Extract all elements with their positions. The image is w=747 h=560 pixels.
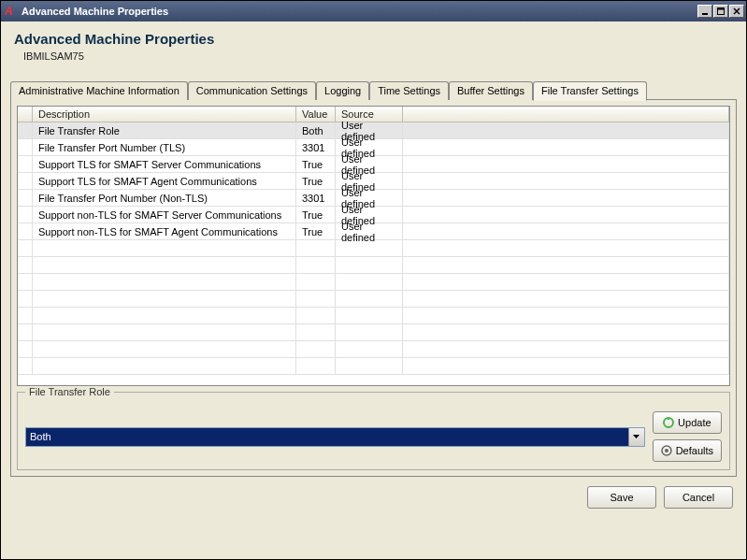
row-description: Support non-TLS for SMAFT Server Communi… [33, 207, 296, 223]
row-source: User defined [336, 223, 403, 239]
row-description [33, 291, 296, 307]
column-header-value[interactable]: Value [296, 107, 336, 122]
maximize-button[interactable] [713, 5, 728, 18]
tab-label: Administrative Machine Information [19, 85, 180, 96]
row-spacer [403, 358, 729, 374]
row-source [336, 240, 403, 256]
row-value: True [296, 173, 336, 189]
grid-body: File Transfer RoleBothUser definedFile T… [18, 122, 729, 375]
row-spacer [403, 122, 729, 138]
grid-header-tree [18, 107, 33, 122]
row-source [336, 358, 403, 374]
row-value: True [296, 223, 336, 239]
window-title: Advanced Machine Properties [22, 6, 697, 17]
chevron-down-icon[interactable] [628, 428, 644, 446]
table-row [18, 274, 729, 291]
row-value [296, 257, 336, 273]
update-label: Update [678, 417, 711, 428]
row-spacer [403, 139, 729, 155]
page-title: Advanced Machine Properties [14, 31, 733, 47]
table-row [18, 341, 729, 358]
table-row[interactable]: Support non-TLS for SMAFT Agent Communic… [18, 223, 729, 240]
table-row [18, 324, 729, 341]
row-value [296, 341, 336, 357]
defaults-icon [661, 445, 672, 456]
row-description [33, 257, 296, 273]
tab-logging[interactable]: Logging [316, 81, 369, 100]
tab-time-settings[interactable]: Time Settings [369, 81, 449, 100]
svg-point-5 [665, 449, 668, 452]
update-button[interactable]: Update [653, 411, 722, 434]
save-button[interactable]: Save [587, 486, 656, 509]
row-spacer [403, 223, 729, 239]
row-tree-cell [18, 341, 33, 357]
row-spacer [403, 190, 729, 206]
row-description [33, 274, 296, 290]
row-tree-cell [18, 358, 33, 374]
row-spacer [403, 341, 729, 357]
table-row [18, 308, 729, 324]
cancel-label: Cancel [682, 492, 714, 503]
tab-strip: Administrative Machine Information Commu… [10, 81, 737, 100]
detail-value-combo[interactable]: Both [25, 427, 645, 447]
detail-fieldset: File Transfer Role Both Update [17, 392, 730, 470]
row-description: Support TLS for SMAFT Server Communicati… [33, 156, 296, 172]
tab-communication-settings[interactable]: Communication Settings [188, 81, 316, 100]
row-description: File Transfer Port Number (TLS) [33, 139, 296, 155]
cancel-button[interactable]: Cancel [664, 486, 733, 509]
row-description [33, 324, 296, 340]
row-tree-cell [18, 156, 33, 172]
tab-buffer-settings[interactable]: Buffer Settings [449, 81, 533, 100]
title-bar: A Advanced Machine Properties [1, 1, 746, 22]
row-tree-cell [18, 240, 33, 256]
row-tree-cell [18, 173, 33, 189]
save-label: Save [610, 492, 633, 503]
detail-row: Both Update [25, 411, 722, 462]
row-description: File Transfer Port Number (Non-TLS) [33, 190, 296, 206]
table-row [18, 291, 729, 308]
row-tree-cell [18, 207, 33, 223]
row-source [336, 257, 403, 273]
row-source [336, 308, 403, 323]
machine-name: IBMILSAM75 [14, 50, 733, 62]
row-spacer [403, 324, 729, 340]
row-value: True [296, 156, 336, 172]
row-description [33, 341, 296, 357]
row-value: Both [296, 122, 336, 138]
tab-file-transfer-settings[interactable]: File Transfer Settings [533, 81, 647, 101]
row-spacer [403, 173, 729, 189]
detail-legend: File Transfer Role [25, 386, 114, 397]
tab-label: Buffer Settings [457, 85, 524, 96]
row-description: Support TLS for SMAFT Agent Communicatio… [33, 173, 296, 189]
row-source [336, 324, 403, 340]
row-tree-cell [18, 308, 33, 323]
tab-panel: Description Value Source File Transfer R… [10, 99, 737, 477]
tab-area: Administrative Machine Information Commu… [10, 80, 737, 477]
row-tree-cell [18, 274, 33, 290]
row-source [336, 291, 403, 307]
row-spacer [403, 308, 729, 323]
row-source [336, 274, 403, 290]
update-icon [663, 417, 674, 428]
defaults-button[interactable]: Defaults [653, 439, 722, 462]
row-value: 3301 [296, 190, 336, 206]
row-value: True [296, 207, 336, 223]
close-button[interactable] [729, 5, 744, 18]
minimize-button[interactable] [697, 5, 712, 18]
row-value [296, 308, 336, 323]
column-header-description[interactable]: Description [33, 107, 296, 122]
tab-label: Communication Settings [196, 85, 308, 96]
detail-value-text: Both [30, 431, 51, 442]
row-tree-cell [18, 190, 33, 206]
tab-admin-machine-info[interactable]: Administrative Machine Information [10, 81, 188, 100]
row-tree-cell [18, 223, 33, 239]
table-row [18, 257, 729, 274]
svg-rect-0 [702, 13, 708, 15]
row-spacer [403, 291, 729, 307]
row-value [296, 291, 336, 307]
tab-label: Logging [324, 85, 361, 96]
row-tree-cell [18, 122, 33, 138]
defaults-label: Defaults [676, 445, 713, 456]
window-controls [697, 5, 744, 18]
detail-side-buttons: Update Defaults [653, 411, 722, 462]
